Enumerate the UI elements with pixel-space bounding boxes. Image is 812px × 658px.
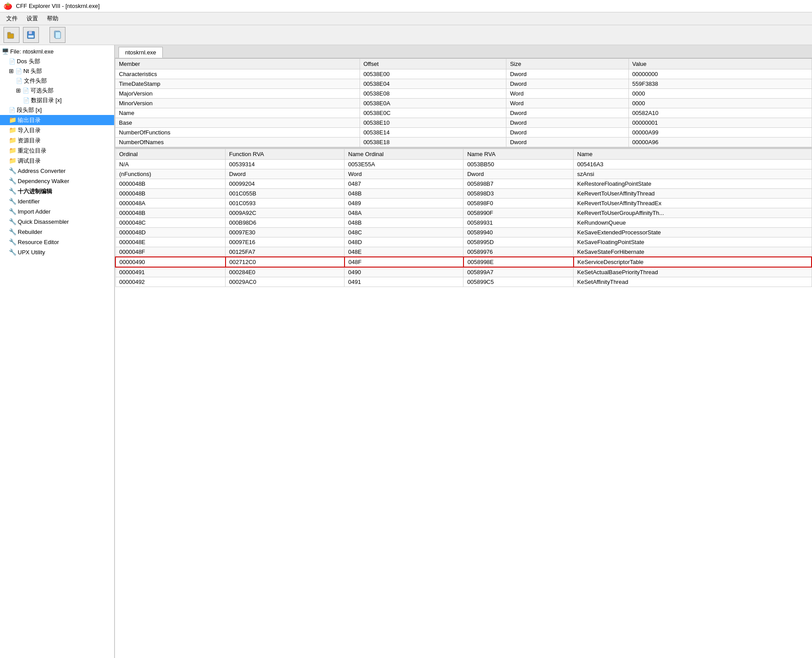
tree-label-reloc-dir: 重定位目录 — [18, 146, 46, 155]
tree-label-debug-dir: 调试目录 — [18, 157, 41, 165]
table-row[interactable]: 0000048B000992040487005898B7KeRestoreFlo… — [115, 179, 812, 189]
top-col-size: Size — [506, 59, 628, 69]
tree-item-addr-conv[interactable]: 🔧 Address Converter — [0, 166, 114, 176]
table-row[interactable]: MinorVersion00538E0AWord0000 — [115, 99, 812, 108]
bottom-col-name-rva: Name RVA — [463, 149, 574, 160]
table-row[interactable]: Characteristics00538E00Dword00000000 — [115, 69, 812, 79]
tab-bar: ntoskrnl.exe — [115, 45, 812, 58]
bottom-table-container: OrdinalFunction RVAName OrdinalName RVAN… — [115, 149, 812, 658]
tree-item-dep-walker[interactable]: 🔧 Dependency Walker — [0, 176, 114, 186]
table-row[interactable]: TimeDateStamp00538E04Dword559F3838 — [115, 79, 812, 89]
table-row[interactable]: NumberOfFunctions00538E14Dword00000A99 — [115, 128, 812, 138]
toolbar — [0, 25, 812, 45]
table-row[interactable]: 0000048B0009A92C048A0058990FKeRevertToUs… — [115, 208, 812, 218]
tree-item-data-dir[interactable]: 📄 数据目录 [x] — [0, 96, 114, 105]
tree-label-addr-conv: Address Converter — [18, 167, 65, 176]
tree-item-resource-dir[interactable]: 📁 资源目录 — [0, 135, 114, 145]
tree-label-import-adder: Import Adder — [18, 207, 50, 216]
title-bar: 🍅 CFF Explorer VIII - [ntoskrnl.exe] — [0, 0, 812, 12]
tree-label-identifier: Identifier — [18, 197, 40, 206]
tab-ntoskrnl[interactable]: ntoskrnl.exe — [119, 47, 163, 58]
tree-item-debug-dir[interactable]: 📁 调试目录 — [0, 156, 114, 166]
table-row[interactable]: MajorVersion00538E08Word0000 — [115, 89, 812, 99]
open-button[interactable] — [4, 27, 19, 43]
save-button[interactable] — [23, 27, 39, 43]
tree-label-resource-editor: Resource Editor — [18, 238, 59, 247]
table-row[interactable]: 0000049200029AC00491005899C5KeSetAffinit… — [115, 277, 812, 287]
table-row[interactable]: 0000048F00125FA7048E00589976KeSaveStateF… — [115, 247, 812, 257]
table-row[interactable]: 00000491000284E00490005899A7KeSetActualB… — [115, 267, 812, 277]
tree-label-resource-dir: 资源目录 — [18, 136, 41, 145]
table-row[interactable]: 0000048A001C05930489005898F0KeRevertToUs… — [115, 199, 812, 208]
top-table-container: MemberOffsetSizeValue Characteristics005… — [115, 58, 812, 149]
table-row[interactable]: 0000048E00097E16048D0058995DKeSaveFloati… — [115, 237, 812, 247]
svg-rect-1 — [8, 32, 11, 34]
tree-item-dos-header[interactable]: 📄 Dos 头部 — [0, 57, 114, 66]
menu-bar: 文件 设置 帮助 — [0, 12, 812, 25]
app-icon: 🍅 — [4, 2, 12, 10]
tree-label-opt-header: 可选头部 — [31, 86, 54, 95]
table-row[interactable]: NumberOfNames00538E18Dword00000A96 — [115, 138, 812, 147]
tree-label-file-header: 文件头部 — [24, 77, 47, 85]
menu-settings[interactable]: 设置 — [22, 13, 42, 24]
table-row[interactable]: 0000048B001C055B048B005898D3KeRevertToUs… — [115, 189, 812, 199]
menu-file[interactable]: 文件 — [2, 13, 22, 24]
right-panel: ntoskrnl.exe MemberOffsetSizeValue Chara… — [115, 45, 812, 658]
tree-label-upx-utility: UPX Utility — [18, 248, 45, 257]
svg-rect-0 — [8, 34, 14, 38]
tree-item-opt-header[interactable]: ⊞ 📄 可选头部 — [0, 86, 114, 96]
top-table: MemberOffsetSizeValue Characteristics005… — [115, 58, 812, 147]
table-row[interactable]: N/A005393140053E55A0053BB50005416A3 — [115, 160, 812, 169]
menu-help[interactable]: 帮助 — [42, 13, 63, 24]
tree-item-identifier[interactable]: 🔧 Identifier — [0, 196, 114, 207]
bottom-table: OrdinalFunction RVAName OrdinalName RVAN… — [115, 149, 812, 287]
top-col-value: Value — [628, 59, 812, 69]
bottom-col-name-ordinal: Name Ordinal — [345, 149, 463, 160]
table-row[interactable]: Name00538E0CDword00582A10 — [115, 108, 812, 118]
main-layout: 🖥️ File: ntoskrnl.exe📄 Dos 头部⊞ 📄 Nt 头部📄 … — [0, 45, 812, 658]
tree-item-import-adder[interactable]: 🔧 Import Adder — [0, 207, 114, 217]
tree-label-rebuilder: Rebuilder — [18, 228, 42, 237]
bottom-col-function-rva: Function RVA — [226, 149, 345, 160]
tree-label-quick-disasm: Quick Disassembler — [18, 218, 69, 226]
copy-button[interactable] — [50, 27, 65, 43]
top-col-member: Member — [115, 59, 360, 69]
tree-item-export-dir[interactable]: 📁 输出目录 — [0, 115, 114, 125]
left-panel: 🖥️ File: ntoskrnl.exe📄 Dos 头部⊞ 📄 Nt 头部📄 … — [0, 45, 115, 658]
tree-item-upx-utility[interactable]: 🔧 UPX Utility — [0, 247, 114, 257]
tree-label-export-dir: 输出目录 — [18, 116, 41, 125]
tree-item-reloc-dir[interactable]: 📁 重定位目录 — [0, 145, 114, 156]
tree-item-section-header[interactable]: 📄 段头部 [x] — [0, 105, 114, 115]
tree-label-import-dir: 导入目录 — [18, 126, 41, 135]
tree-label-file-root: File: ntoskrnl.exe — [10, 47, 54, 56]
title-text: CFF Explorer VIII - [ntoskrnl.exe] — [16, 3, 100, 9]
tree-label-nt-header: Nt 头部 — [23, 67, 42, 76]
table-row[interactable]: 0000048C000B98D6048B00589931KeRundownQue… — [115, 218, 812, 228]
tree-item-rebuilder[interactable]: 🔧 Rebuilder — [0, 227, 114, 237]
svg-rect-6 — [55, 32, 61, 38]
tree-label-section-header: 段头部 [x] — [17, 106, 42, 115]
bottom-col-name: Name — [574, 149, 812, 160]
tree-item-nt-header[interactable]: ⊞ 📄 Nt 头部 — [0, 66, 114, 76]
top-col-offset: Offset — [360, 59, 506, 69]
tree-item-quick-disasm[interactable]: 🔧 Quick Disassembler — [0, 217, 114, 227]
svg-rect-3 — [29, 31, 32, 34]
tree-label-dep-walker: Dependency Walker — [18, 177, 69, 186]
tree-item-hex-editor[interactable]: 🔧 十六进制编辑 — [0, 186, 114, 196]
tree-label-hex-editor: 十六进制编辑 — [18, 187, 52, 196]
svg-rect-4 — [28, 35, 34, 38]
table-row[interactable]: (nFunctions)DwordWordDwordszAnsi — [115, 169, 812, 179]
tree-item-import-dir[interactable]: 📁 导入目录 — [0, 125, 114, 135]
table-row[interactable]: 0000048D00097E30048C00589940KeSaveExtend… — [115, 228, 812, 237]
tree-item-file-header[interactable]: 📄 文件头部 — [0, 76, 114, 86]
tree-item-resource-editor[interactable]: 🔧 Resource Editor — [0, 237, 114, 247]
table-row[interactable]: 00000490002712C0048F0058998EKeServiceDes… — [115, 257, 812, 267]
tree-label-data-dir: 数据目录 [x] — [31, 96, 61, 105]
tree-label-dos-header: Dos 头部 — [17, 57, 40, 66]
tree-item-file-root[interactable]: 🖥️ File: ntoskrnl.exe — [0, 47, 114, 57]
table-row[interactable]: Base00538E10Dword00000001 — [115, 118, 812, 128]
bottom-col-ordinal: Ordinal — [115, 149, 226, 160]
